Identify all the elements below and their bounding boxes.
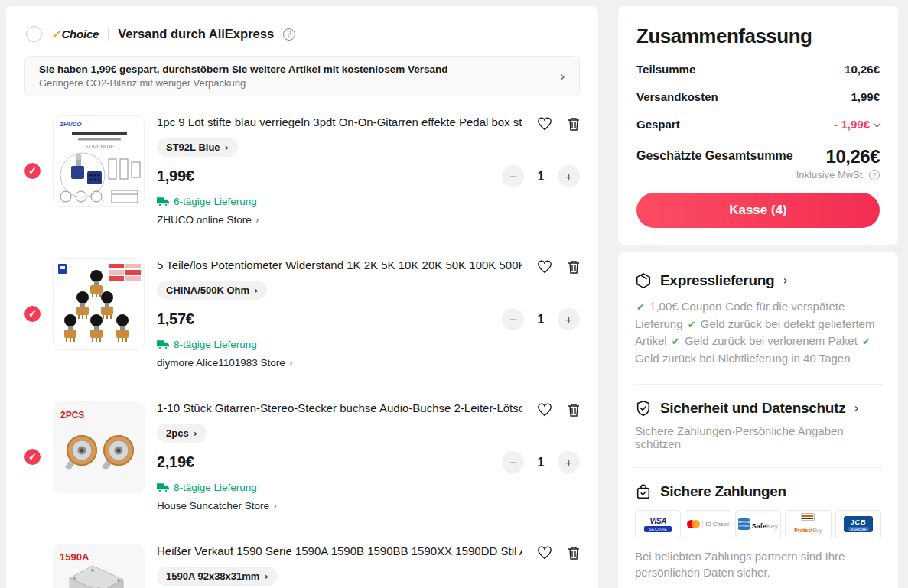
delete-trash-icon[interactable] [568, 260, 580, 274]
quantity-value: 1 [535, 313, 546, 326]
green-check-icon: ✔ [636, 301, 645, 313]
subtotal-value: 10,26€ [845, 63, 880, 76]
express-title: Expresslieferung [660, 272, 774, 289]
shield-check-icon [635, 400, 652, 417]
security-title: Sicherheit und Datenschutz [660, 400, 845, 417]
saved-row: Gespart - 1,99€ [636, 118, 880, 131]
variant-selector[interactable]: CHINA/500K Ohm› [157, 281, 267, 300]
package-box-icon [635, 272, 652, 289]
payments-note: Bei beliebten Zahlungs partnern sind Ihr… [635, 548, 881, 580]
summary-panel: Zusammenfassung Teilsumme 10,26€ Versand… [618, 6, 898, 245]
cart-page: ✓Choice Versand durch AliExpress ? Sie h… [0, 0, 908, 588]
savings-banner[interactable]: Sie haben 1,99€ gespart, durchstöbern Si… [24, 56, 580, 96]
chevron-right-icon: › [783, 275, 787, 287]
saved-value[interactable]: - 1,99€ [834, 118, 880, 131]
delete-trash-icon[interactable] [568, 403, 580, 417]
item-price: 1,57€ [157, 310, 194, 328]
truck-icon [157, 482, 169, 492]
cart-header: ✓Choice Versand durch AliExpress ? [24, 23, 580, 44]
chevron-right-icon: › [254, 285, 258, 295]
item-price: 2,19€ [157, 453, 194, 471]
info-panel: Expresslieferung › ✔ 1,00€ Coupon-Code f… [618, 252, 898, 588]
product-title[interactable]: 1pc 9 Löt stifte blau verriegeln 3pdt On… [157, 115, 522, 128]
increase-quantity-button[interactable]: + [558, 308, 580, 330]
store-link[interactable]: ZHUCO online Store› [157, 214, 580, 226]
product-title[interactable]: 5 Teile/los Potentiometer Widerstand 1K … [157, 258, 522, 271]
delete-trash-icon[interactable] [568, 117, 580, 131]
express-header[interactable]: Expresslieferung › [635, 272, 881, 289]
shipping-label: Versandkosten [636, 90, 718, 103]
total-row: Geschätzte Gesamtsumme 10,26€ [636, 146, 880, 167]
security-section: Sicherheit und Datenschutz › Sichere Zah… [633, 385, 883, 468]
chevron-right-icon: › [225, 142, 229, 152]
store-link[interactable]: House Suncatcher Store› [157, 500, 580, 512]
product-title[interactable]: 1-10 Stück Gitarren-Stereo-Stecker buchs… [157, 401, 522, 414]
chevron-right-icon: › [255, 215, 259, 225]
cart-item-2: ✓ [24, 242, 580, 385]
product-image-jacks[interactable]: 2PCS [53, 401, 145, 493]
banner-title: Sie haben 1,99€ gespart, durchstöbern Si… [39, 63, 560, 75]
payments-title: Sichere Zahlungen [660, 483, 786, 500]
green-check-icon: ✔ [672, 336, 680, 347]
total-label: Geschätzte Gesamtsumme [636, 146, 793, 163]
cart-item-4: ✓ 1590A 92x38x31mm Heißer Verkauf 1590 [24, 528, 580, 588]
wishlist-heart-icon[interactable] [537, 117, 552, 131]
shipping-row: Versandkosten 1,99€ [636, 90, 880, 103]
cart-item-1: ✓ ZHUCO ST92L BLUE [24, 99, 580, 242]
store-link[interactable]: diymore Alice1101983 Store› [157, 357, 580, 369]
subtotal-label: Teilsumme [636, 63, 695, 76]
product-image-potentiometers[interactable] [53, 258, 145, 350]
quantity-stepper: − 1 + [502, 451, 580, 473]
decrease-quantity-button[interactable]: − [502, 165, 524, 187]
increase-quantity-button[interactable]: + [558, 451, 580, 473]
wishlist-heart-icon[interactable] [537, 403, 552, 417]
item-checkbox[interactable]: ✓ [24, 163, 41, 179]
truck-icon [157, 339, 169, 349]
chevron-right-icon: › [273, 501, 277, 511]
select-all-checkbox[interactable] [26, 26, 42, 42]
decrease-quantity-button[interactable]: − [502, 308, 524, 330]
delete-trash-icon[interactable] [568, 546, 580, 560]
quantity-value: 1 [535, 170, 546, 184]
cart-group-title: Versand durch AliExpress [118, 27, 274, 41]
svg-text:1590A: 1590A [60, 551, 89, 563]
variant-selector[interactable]: 1590A 92x38x31mm› [157, 567, 278, 586]
right-column: Zusammenfassung Teilsumme 10,26€ Versand… [618, 6, 898, 588]
total-value: 10,26€ [826, 146, 880, 167]
chevron-right-icon: › [264, 571, 268, 581]
amex-safekey-badge: AMERICAN EXPRESS SafeKey [735, 510, 781, 538]
variant-selector[interactable]: ST92L Blue› [157, 138, 238, 157]
svg-text:2PCS: 2PCS [60, 410, 84, 421]
cart-items: ✓ ZHUCO ST92L BLUE [24, 99, 580, 588]
product-image-switch[interactable]: ZHUCO ST92L BLUE [53, 115, 145, 207]
divider [108, 28, 109, 41]
product-image-enclosure[interactable]: 1590A 92x38x31mm [53, 544, 145, 588]
vat-note: Inklusive MwSt. ? [636, 169, 880, 180]
banner-subtitle: Geringere CO2-Bilanz mit weniger Verpack… [39, 77, 560, 89]
item-checkbox[interactable]: ✓ [24, 306, 41, 322]
increase-quantity-button[interactable]: + [558, 165, 580, 187]
product-title[interactable]: Heißer Verkauf 1590 Serie 1590A 1590B 15… [157, 544, 522, 557]
quantity-stepper: − 1 + [502, 165, 580, 187]
truck-icon [157, 197, 169, 206]
wishlist-heart-icon[interactable] [537, 546, 552, 560]
chevron-right-icon: › [194, 428, 197, 438]
chevron-right-icon: › [854, 402, 858, 414]
visa-secure-badge: VISA SECURE [635, 510, 681, 538]
wishlist-heart-icon[interactable] [537, 260, 552, 274]
express-section: Expresslieferung › ✔ 1,00€ Coupon-Code f… [633, 257, 883, 385]
decrease-quantity-button[interactable]: − [502, 451, 524, 473]
cart-panel: ✓Choice Versand durch AliExpress ? Sie h… [6, 6, 598, 588]
shipping-value: 1,99€ [851, 90, 880, 103]
item-checkbox[interactable]: ✓ [24, 449, 41, 465]
question-circle-icon[interactable]: ? [869, 170, 880, 180]
checkout-button[interactable]: Kasse (4) [636, 193, 880, 228]
security-header[interactable]: Sicherheit und Datenschutz › [635, 400, 881, 417]
green-check-icon: ✔ [688, 319, 696, 330]
delivery-info: 8-tägige Lieferung [157, 482, 580, 493]
variant-selector[interactable]: 2pcs› [157, 424, 207, 443]
svg-text:ZHUCO: ZHUCO [59, 121, 82, 128]
choice-logo: ✓Choice [51, 28, 99, 41]
secure-payment-bag-icon [635, 483, 652, 500]
help-icon[interactable]: ? [283, 28, 295, 41]
